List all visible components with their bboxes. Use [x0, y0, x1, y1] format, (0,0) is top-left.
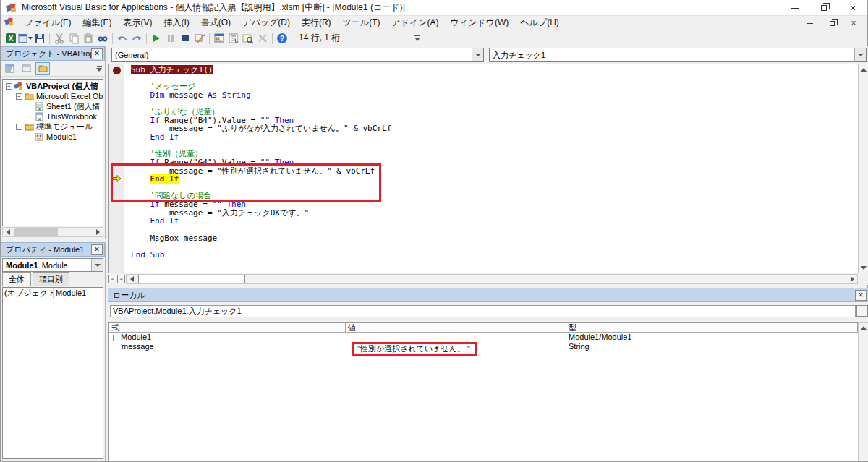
project-tree-hscrollbar[interactable] — [2, 227, 103, 237]
locals-vscrollbar[interactable] — [858, 322, 868, 461]
scroll-thumb[interactable] — [14, 228, 58, 236]
code-line[interactable] — [125, 242, 858, 251]
full-module-view-button[interactable]: ≡ — [117, 275, 125, 283]
scroll-left-arrow[interactable] — [3, 228, 13, 236]
project-tree-item--[interactable]: −標準モジュール — [3, 121, 103, 132]
locals-header[interactable]: ローカル × — [109, 288, 868, 302]
project-tree[interactable]: −VBAProject (個人情−Microsoft Excel ObXShee… — [2, 79, 103, 226]
breakpoint-dot[interactable] — [113, 67, 121, 74]
code-line[interactable]: End If — [125, 175, 858, 184]
toolbar-overflow-button[interactable] — [412, 31, 422, 46]
redo-button[interactable] — [129, 31, 144, 46]
locals-row-message[interactable]: message"性別が選択されていません。 "String — [109, 342, 858, 351]
menu-item[interactable]: 表示(V) — [117, 15, 158, 30]
scroll-right-arrow[interactable] — [847, 275, 857, 283]
object-dropdown-arrow[interactable] — [472, 48, 483, 61]
procedure-dropdown[interactable]: 入力チェック1 — [489, 48, 867, 62]
code-line[interactable]: Sub 入力チェック1() — [125, 66, 858, 74]
code-lines[interactable]: Sub 入力チェック1() 'メッセージ Dim message As Stri… — [125, 66, 858, 259]
code-editor[interactable]: Sub 入力チェック1() 'メッセージ Dim message As Stri… — [109, 64, 858, 273]
project-tree-item-module1[interactable]: Module1 — [3, 132, 103, 142]
design-mode-button[interactable] — [192, 31, 207, 46]
project-panel-header[interactable]: プロジェクト - VBAProject × — [1, 46, 105, 61]
toolbox-button[interactable] — [255, 31, 270, 46]
code-line[interactable] — [125, 74, 858, 83]
properties-window-button[interactable] — [226, 31, 241, 46]
locals-column-header[interactable]: 型 — [566, 323, 858, 332]
help-button[interactable]: ? — [275, 31, 289, 46]
copy-button[interactable] — [67, 31, 81, 46]
object-dropdown[interactable]: (General) — [111, 48, 484, 62]
code-line[interactable]: End Sub — [125, 251, 858, 260]
menu-item[interactable]: ファイル(F) — [19, 15, 77, 30]
expand-expander[interactable]: + — [113, 335, 119, 341]
scroll-thumb[interactable] — [138, 275, 245, 283]
menu-item[interactable]: 実行(R) — [296, 15, 337, 30]
property-row[interactable]: (オブジェクト名)Module1 — [3, 288, 103, 299]
save-button[interactable] — [33, 31, 47, 46]
code-line[interactable]: End If — [125, 217, 858, 226]
menu-item[interactable]: 挿入(I) — [158, 15, 195, 30]
code-line[interactable] — [125, 142, 858, 150]
cut-button[interactable] — [52, 31, 67, 46]
menu-item[interactable]: ツール(T) — [337, 15, 386, 30]
object-browser-button[interactable] — [241, 31, 255, 46]
code-line[interactable] — [125, 184, 858, 192]
mdi-restore-button[interactable] — [821, 16, 843, 30]
scroll-up-arrow[interactable] — [859, 64, 868, 74]
procedure-dropdown-arrow[interactable] — [854, 48, 866, 61]
insert-userform-button[interactable] — [18, 31, 33, 46]
project-toolbar-overflow-button[interactable] — [95, 66, 103, 72]
collapse-expander[interactable]: − — [16, 124, 22, 130]
project-close-button[interactable]: × — [91, 48, 103, 59]
code-line[interactable]: Dim message As String — [125, 91, 858, 100]
code-line[interactable]: End If — [125, 133, 858, 142]
procedure-view-button[interactable]: ≡ — [109, 275, 116, 283]
minimize-button[interactable] — [780, 0, 809, 16]
property-value[interactable]: Module1 — [54, 288, 103, 299]
locals-row-module1[interactable]: +Module1Module1/Module1 — [109, 333, 858, 342]
restore-button[interactable] — [809, 0, 838, 16]
menu-item[interactable]: アドイン(A) — [386, 15, 444, 30]
view-code-button[interactable] — [2, 62, 17, 75]
mdi-close-button[interactable]: × — [843, 16, 864, 30]
properties-tab-alphabetic[interactable]: 全体 — [2, 272, 31, 286]
selector-dropdown-arrow[interactable] — [91, 259, 103, 271]
paste-button[interactable] — [81, 31, 95, 46]
locals-column-header[interactable]: 式 — [109, 323, 346, 332]
scroll-down-arrow[interactable] — [859, 262, 868, 273]
mdi-minimize-button[interactable] — [799, 16, 821, 30]
project-tree-item-thisworkbook[interactable]: XThisWorkbook — [3, 111, 103, 121]
code-line[interactable]: MsgBox message — [125, 234, 858, 243]
locals-close-button[interactable]: × — [855, 290, 867, 301]
collapse-expander[interactable]: − — [6, 83, 12, 90]
project-tree-item-sheet1-[interactable]: XSheet1 (個人情 — [3, 101, 103, 111]
view-object-button[interactable] — [19, 62, 33, 75]
project-tree-item-vbaproject-[interactable]: −VBAProject (個人情 — [3, 81, 103, 91]
menu-item[interactable]: ウィンドウ(W) — [445, 15, 515, 30]
properties-close-button[interactable]: × — [91, 244, 103, 255]
code-line[interactable]: message = "ふりがなが入力されていません。" & vbCrLf — [125, 124, 858, 133]
code-line[interactable] — [125, 226, 858, 234]
toggle-folders-button[interactable] — [35, 62, 50, 75]
menu-item[interactable]: 書式(O) — [195, 15, 237, 30]
scroll-right-arrow[interactable] — [93, 228, 103, 236]
run-button[interactable] — [149, 31, 163, 46]
properties-grid[interactable]: (オブジェクト名)Module1 — [2, 287, 103, 459]
project-explorer-button[interactable] — [212, 31, 226, 46]
menu-item[interactable]: ヘルプ(H) — [514, 15, 565, 30]
break-button[interactable] — [163, 31, 178, 46]
properties-panel-header[interactable]: プロパティ - Module1 × — [1, 242, 105, 257]
reset-button[interactable] — [178, 31, 192, 46]
code-hscrollbar[interactable]: ≡ ≡ — [109, 273, 858, 285]
call-stack-button[interactable]: ... — [856, 305, 868, 317]
code-line[interactable]: message = "性別が選択されていません。" & vbCrLf — [125, 167, 858, 176]
scroll-up-arrow[interactable] — [859, 323, 868, 332]
menu-item[interactable]: デバッグ(D) — [237, 15, 296, 30]
locals-grid[interactable]: 式値型 +Module1Module1/Module1message"性別が選択… — [109, 322, 858, 461]
code-vscrollbar[interactable] — [858, 64, 868, 273]
undo-button[interactable] — [115, 31, 129, 46]
code-line[interactable]: message = "入力チェックOKです。" — [125, 209, 858, 218]
properties-object-selector[interactable]: Module1 Module — [2, 258, 103, 272]
code-margin[interactable] — [109, 64, 124, 273]
